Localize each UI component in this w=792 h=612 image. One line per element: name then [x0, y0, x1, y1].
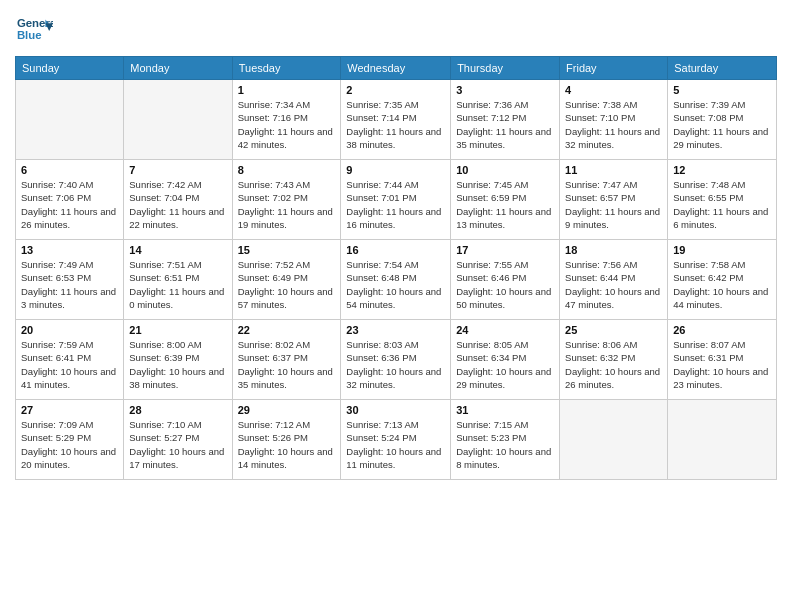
cell-info: Sunrise: 8:05 AM Sunset: 6:34 PM Dayligh…	[456, 338, 554, 391]
calendar-cell: 31Sunrise: 7:15 AM Sunset: 5:23 PM Dayli…	[451, 400, 560, 480]
cell-day-number: 1	[238, 84, 336, 96]
cell-info: Sunrise: 7:10 AM Sunset: 5:27 PM Dayligh…	[129, 418, 226, 471]
cell-day-number: 14	[129, 244, 226, 256]
cell-day-number: 8	[238, 164, 336, 176]
cell-day-number: 13	[21, 244, 118, 256]
calendar-cell	[16, 80, 124, 160]
cell-info: Sunrise: 7:39 AM Sunset: 7:08 PM Dayligh…	[673, 98, 771, 151]
calendar-cell: 30Sunrise: 7:13 AM Sunset: 5:24 PM Dayli…	[341, 400, 451, 480]
calendar-table: SundayMondayTuesdayWednesdayThursdayFrid…	[15, 56, 777, 480]
cell-day-number: 2	[346, 84, 445, 96]
cell-info: Sunrise: 7:44 AM Sunset: 7:01 PM Dayligh…	[346, 178, 445, 231]
calendar-cell: 3Sunrise: 7:36 AM Sunset: 7:12 PM Daylig…	[451, 80, 560, 160]
cell-day-number: 10	[456, 164, 554, 176]
calendar-week-4: 27Sunrise: 7:09 AM Sunset: 5:29 PM Dayli…	[16, 400, 777, 480]
cell-info: Sunrise: 7:34 AM Sunset: 7:16 PM Dayligh…	[238, 98, 336, 151]
calendar-cell: 24Sunrise: 8:05 AM Sunset: 6:34 PM Dayli…	[451, 320, 560, 400]
cell-info: Sunrise: 7:12 AM Sunset: 5:26 PM Dayligh…	[238, 418, 336, 471]
calendar-cell: 23Sunrise: 8:03 AM Sunset: 6:36 PM Dayli…	[341, 320, 451, 400]
page: General Blue SundayMondayTuesdayWednesda…	[0, 0, 792, 612]
cell-day-number: 15	[238, 244, 336, 256]
calendar-cell: 5Sunrise: 7:39 AM Sunset: 7:08 PM Daylig…	[668, 80, 777, 160]
calendar-header-wednesday: Wednesday	[341, 57, 451, 80]
cell-day-number: 7	[129, 164, 226, 176]
cell-info: Sunrise: 7:51 AM Sunset: 6:51 PM Dayligh…	[129, 258, 226, 311]
cell-info: Sunrise: 7:40 AM Sunset: 7:06 PM Dayligh…	[21, 178, 118, 231]
calendar-cell: 6Sunrise: 7:40 AM Sunset: 7:06 PM Daylig…	[16, 160, 124, 240]
cell-day-number: 9	[346, 164, 445, 176]
logo: General Blue	[15, 10, 57, 48]
cell-day-number: 22	[238, 324, 336, 336]
calendar-week-2: 13Sunrise: 7:49 AM Sunset: 6:53 PM Dayli…	[16, 240, 777, 320]
cell-info: Sunrise: 7:56 AM Sunset: 6:44 PM Dayligh…	[565, 258, 662, 311]
cell-day-number: 27	[21, 404, 118, 416]
cell-day-number: 21	[129, 324, 226, 336]
calendar-header-saturday: Saturday	[668, 57, 777, 80]
calendar-cell: 2Sunrise: 7:35 AM Sunset: 7:14 PM Daylig…	[341, 80, 451, 160]
cell-day-number: 4	[565, 84, 662, 96]
calendar-cell: 9Sunrise: 7:44 AM Sunset: 7:01 PM Daylig…	[341, 160, 451, 240]
cell-info: Sunrise: 7:47 AM Sunset: 6:57 PM Dayligh…	[565, 178, 662, 231]
svg-text:Blue: Blue	[17, 29, 42, 41]
calendar-header-sunday: Sunday	[16, 57, 124, 80]
calendar-cell: 10Sunrise: 7:45 AM Sunset: 6:59 PM Dayli…	[451, 160, 560, 240]
cell-info: Sunrise: 8:02 AM Sunset: 6:37 PM Dayligh…	[238, 338, 336, 391]
calendar-header-friday: Friday	[560, 57, 668, 80]
calendar-week-0: 1Sunrise: 7:34 AM Sunset: 7:16 PM Daylig…	[16, 80, 777, 160]
cell-info: Sunrise: 7:38 AM Sunset: 7:10 PM Dayligh…	[565, 98, 662, 151]
calendar-cell: 12Sunrise: 7:48 AM Sunset: 6:55 PM Dayli…	[668, 160, 777, 240]
calendar-cell: 26Sunrise: 8:07 AM Sunset: 6:31 PM Dayli…	[668, 320, 777, 400]
cell-day-number: 29	[238, 404, 336, 416]
calendar-cell: 1Sunrise: 7:34 AM Sunset: 7:16 PM Daylig…	[232, 80, 341, 160]
calendar-cell: 20Sunrise: 7:59 AM Sunset: 6:41 PM Dayli…	[16, 320, 124, 400]
cell-day-number: 30	[346, 404, 445, 416]
calendar-cell: 8Sunrise: 7:43 AM Sunset: 7:02 PM Daylig…	[232, 160, 341, 240]
cell-info: Sunrise: 7:45 AM Sunset: 6:59 PM Dayligh…	[456, 178, 554, 231]
calendar-cell: 13Sunrise: 7:49 AM Sunset: 6:53 PM Dayli…	[16, 240, 124, 320]
cell-info: Sunrise: 8:00 AM Sunset: 6:39 PM Dayligh…	[129, 338, 226, 391]
cell-day-number: 12	[673, 164, 771, 176]
cell-info: Sunrise: 7:59 AM Sunset: 6:41 PM Dayligh…	[21, 338, 118, 391]
calendar-cell	[668, 400, 777, 480]
calendar-cell: 18Sunrise: 7:56 AM Sunset: 6:44 PM Dayli…	[560, 240, 668, 320]
calendar-cell: 15Sunrise: 7:52 AM Sunset: 6:49 PM Dayli…	[232, 240, 341, 320]
calendar-header-tuesday: Tuesday	[232, 57, 341, 80]
calendar-cell: 19Sunrise: 7:58 AM Sunset: 6:42 PM Dayli…	[668, 240, 777, 320]
calendar-cell: 4Sunrise: 7:38 AM Sunset: 7:10 PM Daylig…	[560, 80, 668, 160]
calendar-cell: 28Sunrise: 7:10 AM Sunset: 5:27 PM Dayli…	[124, 400, 232, 480]
cell-info: Sunrise: 7:54 AM Sunset: 6:48 PM Dayligh…	[346, 258, 445, 311]
calendar-cell	[560, 400, 668, 480]
cell-day-number: 24	[456, 324, 554, 336]
cell-info: Sunrise: 7:48 AM Sunset: 6:55 PM Dayligh…	[673, 178, 771, 231]
calendar-cell: 11Sunrise: 7:47 AM Sunset: 6:57 PM Dayli…	[560, 160, 668, 240]
calendar-header-monday: Monday	[124, 57, 232, 80]
calendar-header-thursday: Thursday	[451, 57, 560, 80]
calendar-cell: 22Sunrise: 8:02 AM Sunset: 6:37 PM Dayli…	[232, 320, 341, 400]
calendar-cell	[124, 80, 232, 160]
cell-info: Sunrise: 7:09 AM Sunset: 5:29 PM Dayligh…	[21, 418, 118, 471]
cell-day-number: 26	[673, 324, 771, 336]
calendar-week-1: 6Sunrise: 7:40 AM Sunset: 7:06 PM Daylig…	[16, 160, 777, 240]
cell-info: Sunrise: 7:49 AM Sunset: 6:53 PM Dayligh…	[21, 258, 118, 311]
cell-day-number: 19	[673, 244, 771, 256]
cell-day-number: 11	[565, 164, 662, 176]
calendar-week-3: 20Sunrise: 7:59 AM Sunset: 6:41 PM Dayli…	[16, 320, 777, 400]
cell-info: Sunrise: 7:55 AM Sunset: 6:46 PM Dayligh…	[456, 258, 554, 311]
cell-day-number: 17	[456, 244, 554, 256]
cell-info: Sunrise: 7:35 AM Sunset: 7:14 PM Dayligh…	[346, 98, 445, 151]
cell-info: Sunrise: 7:58 AM Sunset: 6:42 PM Dayligh…	[673, 258, 771, 311]
cell-info: Sunrise: 7:36 AM Sunset: 7:12 PM Dayligh…	[456, 98, 554, 151]
cell-day-number: 28	[129, 404, 226, 416]
cell-info: Sunrise: 7:43 AM Sunset: 7:02 PM Dayligh…	[238, 178, 336, 231]
header: General Blue	[15, 10, 777, 48]
cell-day-number: 31	[456, 404, 554, 416]
cell-day-number: 16	[346, 244, 445, 256]
cell-day-number: 25	[565, 324, 662, 336]
cell-day-number: 18	[565, 244, 662, 256]
cell-info: Sunrise: 7:15 AM Sunset: 5:23 PM Dayligh…	[456, 418, 554, 471]
calendar-cell: 29Sunrise: 7:12 AM Sunset: 5:26 PM Dayli…	[232, 400, 341, 480]
cell-day-number: 5	[673, 84, 771, 96]
cell-info: Sunrise: 7:52 AM Sunset: 6:49 PM Dayligh…	[238, 258, 336, 311]
cell-day-number: 23	[346, 324, 445, 336]
calendar-header-row: SundayMondayTuesdayWednesdayThursdayFrid…	[16, 57, 777, 80]
